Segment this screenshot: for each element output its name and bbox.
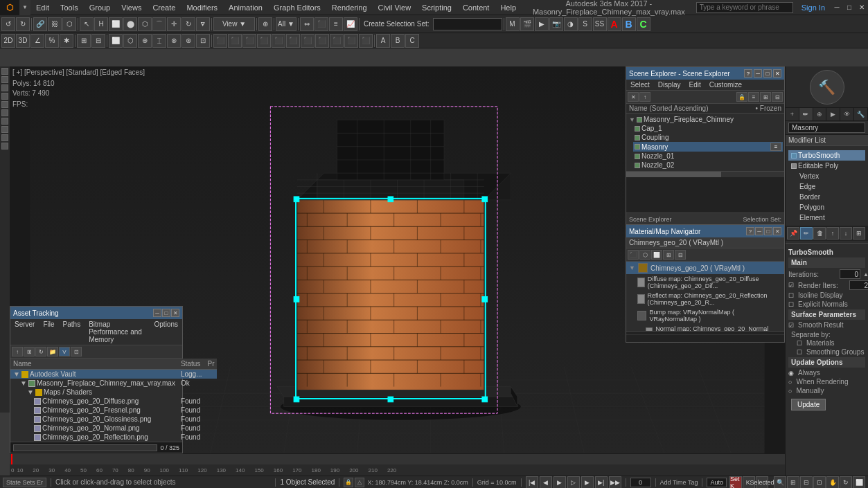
active-shade-btn[interactable]: ◑: [564, 17, 578, 31]
zoom-selected-btn[interactable]: ⊟: [800, 476, 813, 489]
rp-tab-hierarchy[interactable]: ⊕: [813, 108, 827, 120]
menu-animation[interactable]: Animation: [223, 0, 268, 15]
obj-type-btn14[interactable]: ⬛: [301, 34, 315, 48]
menu-graph-editors[interactable]: Graph Editors: [268, 0, 326, 15]
bind-btn[interactable]: ⬡: [62, 17, 76, 31]
rp-copy-icon[interactable]: ⊞: [853, 227, 865, 240]
state-sets-btn[interactable]: State Sets Er: [3, 478, 46, 487]
at-btn-4[interactable]: 📁: [47, 347, 58, 356]
rp-tab-motion[interactable]: ▶: [826, 108, 840, 120]
ts-smooth-check[interactable]: ☑: [788, 322, 794, 329]
obj-type-btn11[interactable]: ⬛: [257, 34, 271, 48]
at-btn-5[interactable]: V: [59, 347, 70, 356]
at-vault-expand[interactable]: ▼: [13, 370, 20, 378]
mn-help-btn[interactable]: ?: [746, 227, 754, 235]
ts-render-check[interactable]: ☑: [788, 282, 794, 289]
zoom-btn[interactable]: 🔍: [774, 476, 786, 489]
ls-btn-2[interactable]: [1, 76, 8, 83]
rp-down-icon[interactable]: ↓: [840, 227, 852, 240]
se-menu-edit[interactable]: Edit: [685, 80, 705, 90]
go-end-btn[interactable]: ▶▶: [609, 476, 621, 489]
render-btn[interactable]: ▶: [535, 17, 549, 31]
mn-btn-1[interactable]: ⬛: [628, 250, 639, 260]
menu-content[interactable]: Content: [457, 0, 495, 15]
ls-btn-4[interactable]: [1, 93, 8, 100]
mn-btn-4[interactable]: ⊞: [663, 250, 674, 260]
at-menu-file[interactable]: File: [39, 319, 58, 345]
se-float-btn[interactable]: □: [763, 69, 772, 78]
se-hscroll-thumb[interactable]: [626, 172, 721, 177]
se-masonry-expand[interactable]: ≡: [770, 143, 781, 151]
next-key-btn[interactable]: ▶: [581, 476, 594, 489]
ts-iterations-input[interactable]: [840, 269, 860, 279]
anim-mode-display[interactable]: Auto: [707, 478, 727, 487]
menu-tools[interactable]: Tools: [55, 0, 84, 15]
obj-type-btn6[interactable]: ⊛: [181, 34, 195, 48]
se-item-coupling[interactable]: Coupling: [633, 133, 783, 142]
ts-manually-radio[interactable]: ○: [788, 388, 792, 395]
se-item-masonry[interactable]: Masonry ≡: [633, 142, 783, 152]
rotate-btn[interactable]: ↻: [181, 17, 195, 31]
timeline-track[interactable]: [10, 454, 785, 465]
menu-scripting[interactable]: Scripting: [416, 0, 457, 15]
at-maps-expand[interactable]: ▼: [27, 388, 34, 396]
at-row-glossiness[interactable]: Chimneys_geo_20_Glossiness.png Found: [10, 415, 217, 424]
se-item-nozzle01[interactable]: Nozzle_01: [633, 152, 783, 161]
rp-tab-display[interactable]: 👁: [840, 108, 854, 120]
pan-btn[interactable]: ✋: [826, 476, 839, 489]
at-row-maps[interactable]: ▼Maps / Shaders: [10, 388, 217, 397]
orbit-btn[interactable]: ↻: [840, 476, 852, 489]
link-btn[interactable]: 🔗: [33, 17, 47, 31]
ref-coord-dropdown[interactable]: View ▼: [213, 17, 255, 31]
obj-type-btn16[interactable]: ⬛: [330, 34, 344, 48]
se-help-btn[interactable]: ?: [744, 69, 752, 78]
at-row-vault[interactable]: ▼Autodesk Vault Logg...: [10, 370, 217, 379]
snap-2d-btn[interactable]: 2D: [1, 34, 15, 48]
at-row-diffuse[interactable]: Chimneys_geo_20_Diffuse.png Found: [10, 397, 217, 406]
mn-btn-5[interactable]: ⊟: [675, 250, 686, 260]
ts-renderiter-input[interactable]: [849, 280, 868, 290]
mirror-btn[interactable]: ⇔: [300, 17, 314, 31]
modifier-turbosmooth[interactable]: TurboSmooth: [788, 150, 865, 161]
search-input[interactable]: [696, 2, 793, 13]
named-sel-btn3[interactable]: C: [405, 34, 419, 48]
at-row-maxfile[interactable]: ▼Masonry_Fireplace_Chimney_max_vray.max …: [10, 379, 217, 388]
play-btn[interactable]: ▶: [553, 476, 566, 489]
render-A[interactable]: A: [608, 17, 621, 31]
zoom-region-btn[interactable]: ⊡: [813, 476, 826, 489]
isolate-sel-btn[interactable]: ⊟: [91, 34, 105, 48]
mn-item-normal[interactable]: Normal map: Chimneys_geo_20_Normal (Chim…: [643, 324, 784, 331]
se-close-btn[interactable]: ✕: [773, 69, 781, 78]
select-region-lasso[interactable]: ⌒: [152, 17, 166, 31]
se-item-root[interactable]: ▼ Masonry_Fireplace_Chimney: [628, 115, 783, 124]
ls-btn-6[interactable]: [1, 109, 8, 116]
rp-tab-utilities[interactable]: 🔧: [854, 108, 868, 120]
obj-type-btn5[interactable]: ⊗: [167, 34, 181, 48]
mn-close-btn[interactable]: ✕: [773, 227, 781, 235]
close-btn[interactable]: ✕: [856, 0, 868, 15]
at-minimize-btn[interactable]: ─: [153, 309, 161, 317]
coord-lock-btn[interactable]: 🔒: [344, 478, 353, 487]
subobj-border[interactable]: Border: [797, 192, 865, 202]
rp-up-icon[interactable]: ↑: [826, 227, 839, 240]
render-C[interactable]: C: [637, 17, 650, 31]
spinner-snap-btn[interactable]: ✱: [60, 34, 73, 48]
ls-btn-8[interactable]: [1, 126, 8, 133]
obj-type-btn18[interactable]: ⬛: [359, 34, 373, 48]
at-menu-server[interactable]: Server: [10, 319, 39, 345]
ts-iter-up[interactable]: ▲: [863, 271, 868, 278]
rp-modify-icon[interactable]: ✏: [800, 227, 813, 240]
se-btn-col3[interactable]: ⊟: [772, 92, 783, 102]
obj-type-btn15[interactable]: ⬛: [315, 34, 329, 48]
render-setup-btn[interactable]: 🎬: [520, 17, 534, 31]
frame-number[interactable]: 0: [630, 478, 651, 487]
se-btn-2[interactable]: ↑: [639, 92, 650, 102]
at-row-normal[interactable]: Chimneys_geo_20_Normal.png Found: [10, 424, 217, 433]
mn-item-diffuse[interactable]: Diffuse map: Chimneys_geo_20_Diffuse (Ch…: [635, 274, 784, 291]
snap-3d-btn[interactable]: 3D: [16, 34, 30, 48]
at-btn-6[interactable]: ⊡: [71, 347, 82, 356]
se-btn-col1[interactable]: ≡: [748, 92, 759, 102]
menu-views[interactable]: Views: [116, 0, 147, 15]
time-tag[interactable]: Add Time Tag: [660, 479, 698, 486]
obj-type-btn7[interactable]: ⊡: [196, 34, 210, 48]
